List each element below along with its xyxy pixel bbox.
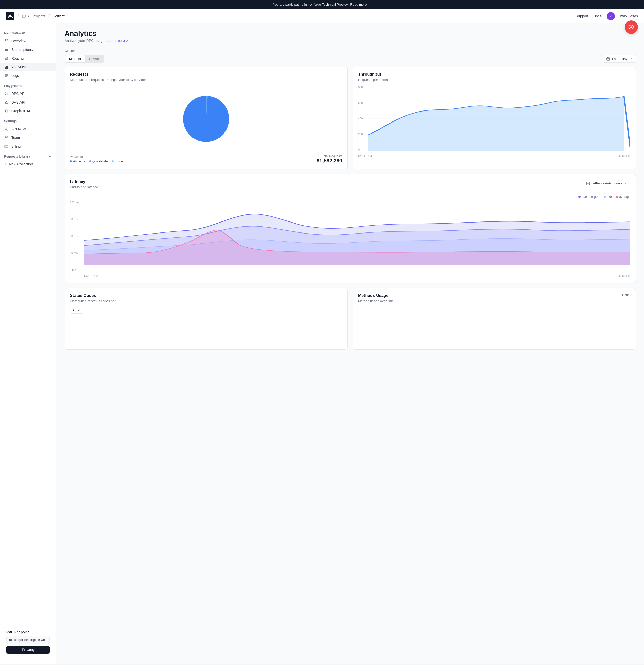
folder-icon <box>22 14 26 18</box>
bottom-cards-row: Status Codes Distribution of status code… <box>65 288 636 350</box>
y-30ms: 30 ms <box>70 251 83 254</box>
rpc-endpoint-value[interactable]: https://rpc.ironforge.netwo <box>6 636 50 644</box>
all-projects-label: All Projects <box>27 14 45 18</box>
date-filter[interactable]: Last 1 day <box>603 55 636 63</box>
chevron-all-icon <box>77 309 80 311</box>
average-dot <box>616 196 618 198</box>
total-requests-label: Total Requests <box>317 154 342 158</box>
svg-rect-18 <box>607 58 610 60</box>
throughput-x-axis: Sat, 12 AM Sun, 02 PM <box>358 154 630 157</box>
p90-label: p90 <box>594 195 600 199</box>
all-label: All <box>73 308 76 312</box>
header-right: Support Docs V Italo Casas <box>576 12 638 20</box>
chevron-down-icon <box>49 155 52 158</box>
sidebar-item-team[interactable]: Team <box>0 133 56 142</box>
header-left: / All Projects / Solflare <box>6 12 576 20</box>
methods-title: Methods Usage <box>358 293 394 298</box>
providers-row: Providers Alchemy QuickNode <box>70 154 342 164</box>
average-label: average <box>620 195 630 199</box>
quicknode-label: QuickNode <box>92 159 108 163</box>
status-codes-title: Status Codes <box>70 293 342 298</box>
learn-more-link[interactable]: Learn more ↗ <box>107 39 129 43</box>
sidebar-item-rpc-api[interactable]: RPC API <box>0 89 56 98</box>
alchemy-dot <box>70 160 72 163</box>
svg-point-9 <box>7 111 8 112</box>
top-cards-row: Requests Distribution of requests amongs… <box>65 67 636 169</box>
latency-card: Latency End-to-end latency getProgramAcc… <box>65 174 636 283</box>
y-90ms: 90 ms <box>70 218 83 221</box>
sidebar: RPC Gateway Overview Subscriptions Routi… <box>0 23 56 664</box>
y-0ms: 0 ms <box>70 268 83 271</box>
section-playground: Playground <box>0 80 56 89</box>
legend-alchemy: Alchemy <box>70 159 85 163</box>
latency-svg <box>84 201 630 265</box>
methods-subtitle: Method usage over time <box>358 299 394 303</box>
legend: Alchemy QuickNode Triton <box>70 159 123 163</box>
legend-average: average <box>616 195 630 199</box>
chevron-method-icon <box>624 182 627 185</box>
breadcrumb-all-projects[interactable]: All Projects <box>22 14 45 18</box>
chevron-down-icon2 <box>629 57 632 60</box>
cluster-label: Cluster <box>65 49 636 53</box>
sidebar-item-subscriptions[interactable]: Subscriptions <box>0 45 56 54</box>
fab-button[interactable] <box>625 20 638 34</box>
banner-text: You are participating in Ironforge Techn… <box>273 3 371 6</box>
mainnet-tab[interactable]: Mainnet <box>65 55 85 62</box>
logs-label: Logs <box>11 74 19 78</box>
sidebar-item-routing[interactable]: Routing <box>0 54 56 63</box>
user-name: Italo Casas <box>620 14 638 18</box>
latency-x-start: Sat, 12 AM <box>84 274 98 278</box>
new-collection-label: New Collection <box>9 162 33 166</box>
pie-chart-container <box>70 86 342 152</box>
method-label: getProgramAccounts <box>591 181 623 185</box>
throughput-card: Throughput Requests per second 0 200 400… <box>353 67 636 169</box>
devnet-tab[interactable]: Devnet <box>85 55 104 62</box>
triton-dot <box>112 160 114 163</box>
svg-rect-6 <box>7 66 8 69</box>
all-filter[interactable]: All <box>70 307 83 314</box>
graphql-api-label: GraphQL API <box>11 109 33 113</box>
project-label: Solflare <box>53 14 65 18</box>
avatar[interactable]: V <box>607 12 615 20</box>
latency-x-axis: Sat, 12 AM Sun, 02 PM <box>84 274 630 278</box>
legend-p99: p99 <box>578 195 587 199</box>
latency-y-axis: 0 ms 30 ms 60 ms 90 ms 120 ms <box>70 201 83 271</box>
sidebar-item-graphql-api[interactable]: GraphQL API <box>0 107 56 115</box>
copy-button[interactable]: Copy <box>6 646 50 654</box>
svg-point-10 <box>6 112 7 113</box>
methods-header: Methods Usage Method usage over time Cou… <box>358 293 630 307</box>
section-settings: Settings <box>0 115 56 125</box>
throughput-title: Throughput <box>358 72 630 77</box>
subscriptions-label: Subscriptions <box>11 48 33 52</box>
method-selector[interactable]: getProgramAccounts <box>583 179 630 187</box>
list-icon <box>4 73 9 78</box>
breadcrumb-project[interactable]: Solflare <box>53 14 65 18</box>
users-icon <box>4 135 9 140</box>
app-layout: RPC Gateway Overview Subscriptions Routi… <box>0 23 644 664</box>
globe-icon <box>4 56 9 61</box>
new-collection-item[interactable]: + New Collection <box>0 160 56 169</box>
cluster-tabs: Mainnet Devnet <box>65 55 104 63</box>
sidebar-item-das-api[interactable]: DAS API <box>0 98 56 107</box>
support-link[interactable]: Support <box>576 14 588 18</box>
latency-header: Latency End-to-end latency getProgramAcc… <box>70 179 630 193</box>
p99-dot <box>578 196 581 198</box>
sidebar-item-overview[interactable]: Overview <box>0 37 56 45</box>
breadcrumb-sep: / <box>17 13 19 19</box>
wifi-icon <box>4 39 9 43</box>
calendar-icon <box>606 57 610 61</box>
method-icon <box>586 182 590 185</box>
copy-label: Copy <box>26 648 34 652</box>
team-label: Team <box>11 136 20 140</box>
sidebar-item-api-keys[interactable]: API Keys <box>0 125 56 133</box>
methods-usage-card: Methods Usage Method usage over time Cou… <box>353 288 636 350</box>
sidebar-item-logs[interactable]: Logs <box>0 71 56 80</box>
docs-link[interactable]: Docs <box>593 14 602 18</box>
svg-point-15 <box>7 136 8 137</box>
rpc-api-label: RPC API <box>11 92 25 96</box>
sidebar-item-analytics[interactable]: Analytics <box>0 63 56 71</box>
credit-card-icon <box>4 144 9 149</box>
sidebar-item-billing[interactable]: Billing <box>0 142 56 151</box>
svg-point-32 <box>630 26 632 28</box>
subtitle-text: Analyse your RPC usage. <box>65 39 106 43</box>
